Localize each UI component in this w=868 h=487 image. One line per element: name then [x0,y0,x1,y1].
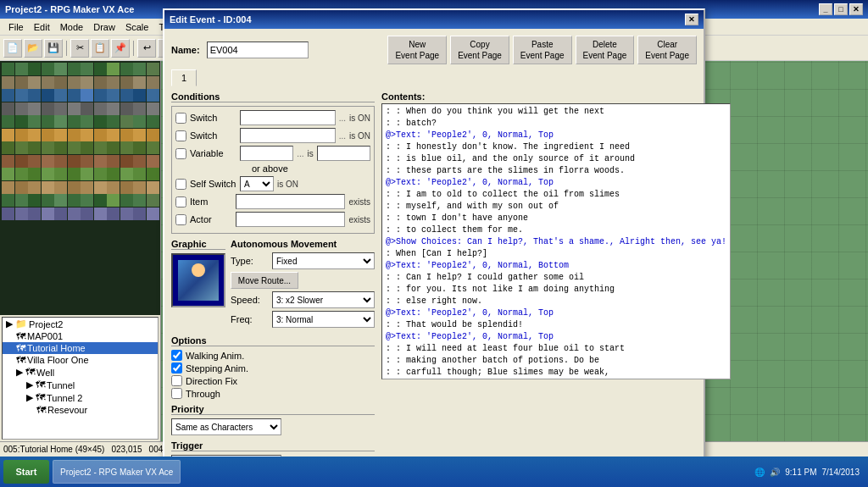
freq-label: Freq: [231,314,269,324]
item-input[interactable] [236,194,345,209]
left-column: Conditions Switch ... is ON Switch [171,91,375,477]
content-line: : : When do you think you will get the n… [384,106,728,118]
type-select[interactable]: Fixed Random Approach Custom [272,252,375,269]
network-icon: 🌐 [754,468,765,477]
variable-checkbox[interactable] [175,148,186,159]
delete-event-page-button[interactable]: DeleteEvent Page [576,36,635,64]
switch1-input[interactable] [240,110,336,125]
date: 7/14/2013 [822,468,860,477]
item-checkbox[interactable] [175,196,186,208]
taskbar-item-rpg[interactable]: Project2 - RPG Maker VX Ace [53,460,181,484]
content-line: : : town I don't have anyone [384,213,728,224]
variable-value-input[interactable] [317,146,370,161]
move-route-button[interactable]: Move Route... [231,272,298,289]
switch1-dots: ... [339,113,346,123]
dialog-title: Edit Event - ID:004 [170,14,685,25]
event-buttons: NewEvent Page CopyEvent Page PasteEvent … [387,36,697,64]
page-row: 1 [171,69,697,86]
dialog-titlebar: Edit Event - ID:004 ✕ [164,10,704,29]
content-line: : : carfull though; Blue slimes may be w… [384,367,728,379]
self-switch-status: is ON [277,180,298,189]
priority-title: Priority [171,404,375,415]
self-switch-select[interactable]: ABCD [240,176,274,191]
contents-list[interactable]: : : When do you think you will get the n… [381,103,731,379]
switch1-checkbox[interactable] [175,113,186,124]
content-line: : When [Can I help?] [384,248,728,260]
content-line: : : to collect them for me. [384,224,728,236]
name-row: Name: NewEvent Page CopyEvent Page Paste… [171,36,697,64]
freq-select[interactable]: 1: Lowest 2: Lower 3: Normal 4: Higher 5… [272,311,375,328]
autonomous-movement-title: Autonomous Movement [231,239,375,249]
switch2-row: Switch ... is ON [175,128,370,143]
trigger-title: Trigger [171,440,375,451]
through-checkbox[interactable] [171,388,182,399]
dialog-overlay: Edit Event - ID:004 ✕ Name: NewEvent Pag… [0,0,868,487]
dialog-body: Name: NewEvent Page CopyEvent Page Paste… [164,29,704,484]
autonomous-movement: Autonomous Movement Type: Fixed Random A… [231,239,375,330]
system-tray: 🌐 🔊 9:11 PM 7/14/2013 [749,468,865,477]
variable-dots: ... [297,149,303,158]
two-column-layout: Conditions Switch ... is ON Switch [171,91,697,477]
speed-row: Speed: 1: x8 Slower 2: x4 Slower 3: x2 S… [231,291,375,308]
actor-input[interactable] [236,212,345,227]
clear-event-page-button[interactable]: ClearEvent Page [637,36,697,64]
content-line: : : is blue oil, and the only source of … [384,153,728,165]
walking-anim-label: Walking Anim. [186,351,244,361]
self-switch-checkbox[interactable] [175,179,186,190]
content-line: @>Text: 'People2', 0, Normal, Top [384,177,728,189]
variable-input[interactable] [240,146,293,161]
switch1-row: Switch ... is ON [175,110,370,125]
content-line: : : That would be splendid! [384,319,728,331]
speed-select[interactable]: 1: x8 Slower 2: x4 Slower 3: x2 Slower 4… [272,291,375,308]
contents-title: Contents: [381,91,731,102]
page-tab-1[interactable]: 1 [171,69,197,86]
content-line: : : myself, and with my son out of [384,201,728,213]
content-line: @>Text: 'People2', 0, Normal, Top [384,331,728,343]
or-above-label: or above [175,163,288,174]
through-label: Through [186,389,220,399]
content-line: @>Text: 'People2', 0, Normal, Top [384,307,728,319]
direction-fix-checkbox[interactable] [171,375,182,386]
item-label: Item [190,196,232,207]
actor-checkbox[interactable] [175,214,186,225]
item-row: Item exists [175,194,370,209]
switch2-checkbox[interactable] [175,130,186,141]
walking-anim-checkbox[interactable] [171,350,182,361]
actor-exists: exists [348,215,370,224]
content-line: : : I honestly don't know. The ingredien… [384,141,728,153]
taskbar: Start Project2 - RPG Maker VX Ace 🌐 🔊 9:… [0,457,868,487]
content-line: : : I am to old to collect the oil from … [384,189,728,201]
taskbar-rpg-label: Project2 - RPG Maker VX Ace [60,468,173,477]
graphic-sprite [178,260,219,301]
freq-row: Freq: 1: Lowest 2: Lower 3: Normal 4: Hi… [231,311,375,328]
stepping-anim-label: Stepping Anim. [186,363,248,374]
type-label: Type: [231,256,269,266]
content-line: : : I will need at least four blue oil t… [384,343,728,355]
graphic-section: Graphic Autonomous Movement Type: Fixed [171,239,375,330]
content-line: @>Text: 'People2', 0, Normal, Bottom [384,260,728,272]
copy-event-page-button[interactable]: CopyEvent Page [450,36,509,64]
switch2-label: Switch [190,130,236,141]
switch1-label: Switch [190,113,236,123]
actor-label: Actor [190,214,232,224]
dialog-close-button[interactable]: ✕ [685,14,698,25]
switch2-status: is ON [349,131,370,141]
name-input[interactable] [207,42,309,58]
paste-event-page-button[interactable]: PasteEvent Page [513,36,572,64]
content-line: : : batch? [384,118,728,130]
content-line: : : these parts are the slimes in florra… [384,165,728,177]
graphic-box[interactable] [171,253,225,307]
self-switch-row: Self Switch ABCD is ON [175,176,370,191]
switch2-input[interactable] [240,128,336,143]
type-row: Type: Fixed Random Approach Custom [231,252,375,269]
new-event-page-button[interactable]: NewEvent Page [387,36,447,64]
speed-label: Speed: [231,295,269,305]
start-button[interactable]: Start [3,460,49,484]
content-line: @>Text: 'People2', 0, Normal, Top [384,130,728,141]
content-line: : : Can I help? I could gather some oil [384,272,728,284]
priority-select[interactable]: Below Characters Same as Characters Abov… [171,418,281,435]
priority-section: Priority Below Characters Same as Charac… [171,404,375,435]
variable-label: Variable [190,148,236,158]
conditions-box: Switch ... is ON Switch ... is ON [171,106,375,234]
stepping-anim-checkbox[interactable] [171,362,182,374]
